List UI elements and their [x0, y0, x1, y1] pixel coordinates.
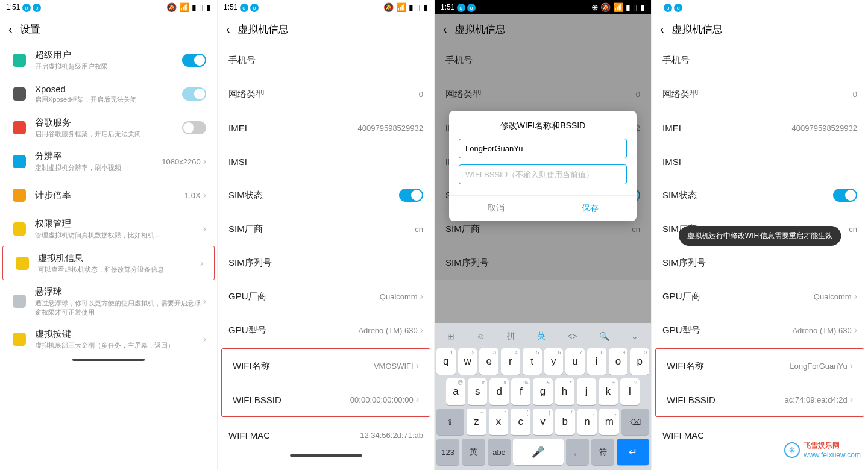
kb-toolbar-item[interactable]: 🔍	[599, 331, 609, 341]
key[interactable]: (c	[511, 409, 530, 435]
settings-row[interactable]: 悬浮球通过悬浮球，你可以更方便的使用虚拟机，需要开启悬浮窗权限才可正常使用›	[0, 280, 217, 322]
key[interactable]: 0p	[630, 348, 649, 375]
settings-row[interactable]: 权限管理管理虚拟机访问真机数据权限，比如相机…›	[0, 212, 217, 246]
sym-key[interactable]: 符	[591, 439, 614, 465]
toggle[interactable]	[399, 189, 423, 202]
status-badge-icon: o	[467, 4, 476, 12]
num-key[interactable]: 123	[436, 439, 459, 465]
key[interactable]: ?l	[620, 378, 640, 405]
toggle[interactable]	[182, 121, 206, 134]
row-label: IMEI	[662, 123, 681, 133]
settings-row[interactable]: 谷歌服务启用谷歌服务框架，开启后无法关闭	[0, 111, 217, 145]
key[interactable]: 7u	[565, 348, 585, 375]
key[interactable]: ~z	[467, 409, 486, 435]
kb-toolbar-item[interactable]: ⊞	[447, 331, 454, 341]
key[interactable]: @a	[446, 378, 465, 405]
key[interactable]: -j	[577, 378, 596, 405]
shift-key[interactable]: ⇧	[436, 409, 464, 435]
status-badge-icon: o	[664, 4, 672, 12]
key[interactable]: 1q	[436, 348, 456, 375]
info-row: IMEI400979598529932	[652, 111, 868, 145]
row-label: 网络类型	[662, 89, 699, 100]
key[interactable]: 'x	[489, 409, 509, 435]
header: ‹ 虚拟机信息	[652, 14, 868, 43]
chevron-right-icon: ›	[416, 360, 419, 371]
key[interactable]: 4r	[501, 348, 520, 375]
info-row[interactable]: SIM状态	[652, 178, 868, 212]
info-row[interactable]: GPU厂商Qualcomm ›	[652, 280, 868, 313]
chevron-right-icon: ›	[416, 394, 419, 405]
kb-toolbar-item[interactable]: <>	[567, 331, 577, 341]
settings-row[interactable]: Xposed启用Xposed框架，开启后无法关闭	[0, 77, 217, 111]
kb-toolbar-item[interactable]: 英	[537, 331, 546, 342]
info-row[interactable]: WIFI BSSIDac:74:09:ea:d4:2d ›	[656, 383, 864, 416]
kb-toolbar-item[interactable]: 拼	[507, 331, 515, 342]
back-icon[interactable]: ‹	[226, 22, 230, 36]
save-button[interactable]: 保存	[543, 196, 637, 221]
run-icon	[11, 189, 28, 202]
row-value: Qualcomm ›	[380, 291, 423, 302]
key[interactable]: &g	[533, 378, 552, 405]
wifi-bssid-input[interactable]	[459, 164, 627, 184]
cancel-button[interactable]: 取消	[449, 196, 543, 221]
info-row[interactable]: WIFI BSSID00:00:00:00:00:00 ›	[222, 383, 430, 416]
key[interactable]: 3e	[479, 348, 498, 375]
enter-key[interactable]: ↵	[617, 439, 649, 465]
svg-rect-1	[13, 87, 26, 101]
back-icon[interactable]: ‹	[660, 22, 664, 36]
vm-info-icon	[14, 257, 31, 270]
info-row[interactable]: WIFI名称VMOSWIFI ›	[222, 349, 430, 383]
key[interactable]: ;n	[577, 409, 597, 435]
settings-row[interactable]: 计步倍率1.0X›	[0, 178, 217, 212]
info-row: SIM序列号	[218, 246, 434, 280]
back-icon[interactable]: ‹	[8, 22, 13, 36]
info-row[interactable]: GPU厂商Qualcomm ›	[218, 280, 434, 313]
row-label: SIM厂商	[228, 224, 263, 235]
backspace-key[interactable]: ⌫	[621, 409, 649, 435]
key[interactable]: 8i	[587, 348, 606, 375]
key[interactable]: )v	[533, 409, 553, 435]
row-label: WIFI名称	[667, 360, 704, 372]
kb-toolbar-item[interactable]: ⌄	[631, 331, 638, 341]
info-row[interactable]: GPU型号Adreno (TM) 630 ›	[218, 313, 434, 347]
key[interactable]: *h	[555, 378, 574, 405]
row-label: GPU厂商	[662, 291, 700, 302]
key[interactable]: +k	[599, 378, 618, 405]
info-row[interactable]: GPU型号Adreno (TM) 630 ›	[652, 313, 868, 347]
statusbar: o o	[652, 0, 868, 14]
settings-row[interactable]: 虚拟按键虚拟机底部三大金刚（多任务，主屏幕，返回）›	[0, 322, 217, 356]
key[interactable]: /b	[555, 409, 575, 435]
info-row: IMSI	[218, 145, 434, 178]
chevron-right-icon: ›	[420, 291, 423, 302]
settings-row[interactable]: 超级用户开启虚拟机超级用户权限	[0, 43, 217, 77]
settings-row[interactable]: 分辨率定制虚拟机分辨率，刷小视频1080x2260›	[0, 145, 217, 178]
key[interactable]: 2w	[458, 348, 477, 375]
key[interactable]: 6y	[544, 348, 564, 375]
toggle[interactable]	[182, 87, 206, 101]
row-subtitle: 启用谷歌服务框架，开启后无法关闭	[35, 130, 182, 138]
status-icons	[860, 2, 862, 12]
settings-row[interactable]: 虚拟机信息可以查看虚拟机状态，和修改部分设备信息›	[2, 246, 215, 280]
wifi-name-input[interactable]	[459, 139, 627, 158]
chevron-right-icon: ›	[850, 394, 853, 405]
kb-toolbar-item[interactable]: ☺	[476, 331, 485, 341]
key[interactable]: 5t	[523, 348, 542, 375]
key[interactable]: %f	[511, 378, 530, 405]
key[interactable]: 9o	[609, 348, 628, 375]
info-row[interactable]: WIFI名称LongForGuanYu ›	[656, 349, 864, 383]
toggle[interactable]	[833, 189, 857, 202]
row-value: 0	[853, 90, 857, 99]
dot-key[interactable]: 。	[566, 439, 589, 465]
panel-dialog: 1:51 o o ⊕ 🔕 📶 ▮ ▯ ▮ ‹ 虚拟机信息 手机号网络类型0IME…	[434, 0, 651, 470]
key[interactable]: #s	[468, 378, 487, 405]
key[interactable]: ¥d	[489, 378, 509, 405]
toggle[interactable]	[182, 54, 206, 67]
lang-key[interactable]: 英	[462, 439, 485, 465]
chevron-right-icon: ›	[203, 334, 206, 345]
abc-key[interactable]: abc	[488, 439, 511, 465]
info-row[interactable]: SIM状态	[218, 178, 434, 212]
row-subtitle: 虚拟机底部三大金刚（多任务，主屏幕，返回）	[35, 341, 203, 349]
status-badge-icon: o	[250, 4, 259, 12]
space-key[interactable]: 🎤	[513, 439, 564, 465]
key[interactable]: ,m	[599, 409, 619, 435]
